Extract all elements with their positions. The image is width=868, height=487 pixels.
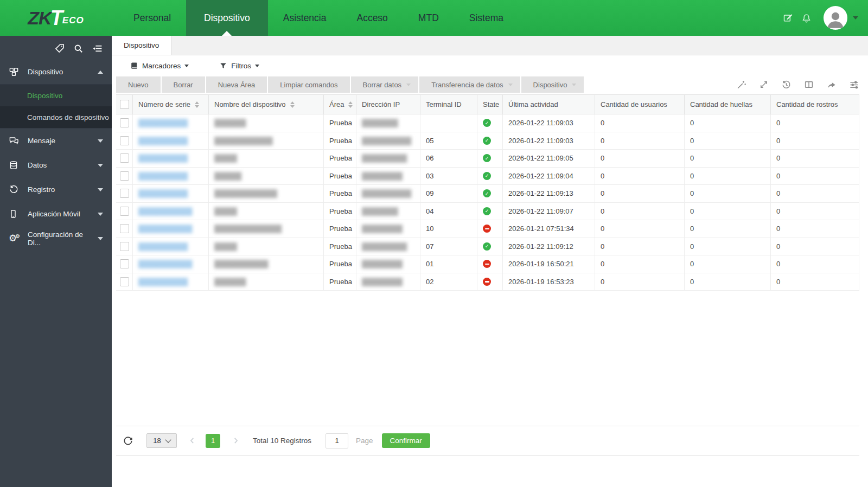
sort-icon[interactable] (195, 101, 199, 108)
last-activity-cell: 2026-01-22 11:09:04 (503, 168, 595, 185)
row-checkbox[interactable] (120, 259, 129, 268)
device-name-cell: █████ (209, 203, 324, 220)
serial-link[interactable]: ███████████ (138, 137, 187, 145)
fingerprints-count-cell: 0 (685, 150, 771, 167)
table-row: ████████████ ████████████ Prueba ███████… (116, 255, 859, 273)
nuevo-button[interactable]: Nuevo (116, 76, 161, 93)
sort-icon[interactable] (348, 101, 353, 108)
bell-icon[interactable] (801, 13, 812, 23)
settings-sliders-icon[interactable] (849, 80, 859, 90)
select-all-checkbox[interactable] (120, 100, 129, 109)
table-row: ████████████ █████ Prueba ████████ 04 20… (116, 203, 859, 221)
row-checkbox[interactable] (120, 171, 129, 181)
menu-dispositivo[interactable]: Dispositivo (0, 60, 112, 84)
nav-item-asistencia[interactable]: Asistencia (268, 0, 342, 36)
transferencia-datos-button[interactable]: Transferencia de datos (419, 76, 520, 93)
ip-cell: ████████ (356, 114, 420, 132)
export-icon[interactable] (826, 80, 837, 90)
main-content: Dispositivo Marcadores Filtros Nuevo Bor… (112, 36, 868, 487)
nav-item-dispositivo[interactable]: Dispositivo (186, 0, 268, 36)
current-page-button[interactable]: 1 (206, 434, 220, 448)
serial-link[interactable]: ███████████ (138, 119, 187, 127)
tab-dispositivo[interactable]: Dispositivo (112, 36, 171, 55)
chevron-down-icon (98, 237, 103, 240)
refresh-icon[interactable] (123, 435, 133, 446)
confirm-button[interactable]: Confirmar (382, 433, 430, 448)
menu-aplicacion-movil[interactable]: Aplicación Móvil (0, 202, 112, 226)
menu-registro[interactable]: Registro (0, 177, 112, 202)
search-icon[interactable] (73, 43, 84, 54)
state-cell (477, 132, 503, 150)
expand-icon[interactable] (759, 80, 769, 89)
submenu-dispositivo[interactable]: Dispositivo (0, 85, 112, 106)
submenu-comandos-de-dispositivo[interactable]: Comandos de dispositivo (0, 106, 112, 128)
serial-link[interactable]: ████████████ (138, 225, 192, 233)
area-cell: Prueba (324, 114, 356, 132)
serial-link[interactable]: ████████████ (138, 260, 192, 268)
tab-strip: Dispositivo (112, 36, 868, 55)
row-checkbox[interactable] (120, 207, 129, 216)
serial-link[interactable]: ███████████ (138, 278, 187, 286)
nav-item-sistema[interactable]: Sistema (454, 0, 519, 36)
row-checkbox[interactable] (120, 136, 129, 145)
tag-icon[interactable] (54, 43, 65, 54)
nav-item-mtd[interactable]: MTD (403, 0, 454, 36)
menu-configuracion[interactable]: Configuración de Di... (0, 226, 112, 251)
bookmarks-dropdown[interactable]: Marcadores (130, 62, 189, 70)
columns-icon[interactable] (804, 80, 814, 89)
next-page-icon[interactable] (231, 436, 240, 445)
avatar[interactable] (824, 6, 847, 30)
menu-mensaje[interactable]: Mensaje (0, 129, 112, 153)
filters-dropdown[interactable]: Filtros (219, 62, 259, 70)
ip-cell: █████████ (356, 168, 420, 185)
fingerprints-count-cell: 0 (685, 185, 771, 202)
terminal-id-cell: 10 (420, 220, 477, 238)
row-checkbox[interactable] (120, 224, 129, 233)
collapse-menu-icon[interactable] (92, 43, 103, 54)
col-area-header[interactable]: Área (324, 95, 356, 114)
serial-link[interactable]: ███████████ (138, 172, 187, 180)
borrar-button[interactable]: Borrar (162, 76, 205, 93)
compose-icon[interactable] (783, 12, 794, 23)
serial-link[interactable]: ███████████ (138, 154, 187, 162)
menu-label: Configuración de Di... (28, 230, 98, 247)
top-navbar: ZKTECO Personal Dispositivo Asistencia A… (0, 0, 868, 36)
last-activity-cell: 2026-01-22 11:09:07 (503, 203, 595, 220)
serial-cell: ███████████ (133, 238, 209, 255)
magic-wand-icon[interactable] (736, 80, 746, 90)
limpiar-comandos-button[interactable]: Limpiar comandos (268, 76, 349, 93)
borrar-datos-button[interactable]: Borrar datos (351, 76, 419, 93)
menu-datos[interactable]: Datos (0, 153, 112, 177)
page-number-input[interactable] (326, 433, 348, 448)
row-checkbox[interactable] (120, 153, 129, 163)
row-checkbox[interactable] (120, 189, 129, 198)
nueva-area-button[interactable]: Nueva Área (206, 76, 267, 93)
serial-link[interactable]: ███████████ (138, 242, 187, 251)
col-fingerprints-header: Cantidad de huellas (685, 95, 771, 114)
col-serial-header[interactable]: Número de serie (133, 95, 209, 114)
page-size-select[interactable]: 18 (146, 433, 177, 448)
row-checkbox[interactable] (120, 242, 129, 251)
serial-link[interactable]: ███████████ (138, 189, 187, 197)
chat-icon (9, 136, 21, 146)
row-select-cell (116, 168, 133, 185)
row-checkbox[interactable] (120, 118, 129, 127)
profile-chevron-down-icon[interactable] (853, 16, 858, 20)
table-tool-icons (736, 76, 859, 93)
sort-icon[interactable] (290, 101, 295, 108)
history-icon[interactable] (781, 80, 792, 90)
page-size-value: 18 (153, 437, 161, 445)
users-count-cell: 0 (595, 255, 685, 273)
state-icon (483, 119, 491, 127)
state-cell (477, 238, 503, 255)
serial-cell: ████████████ (133, 255, 209, 273)
nav-item-acceso[interactable]: Acceso (341, 0, 403, 36)
prev-page-icon[interactable] (188, 436, 197, 445)
col-terminal-header: Terminal ID (420, 95, 477, 114)
dispositivo-button[interactable]: Dispositivo (521, 76, 584, 93)
col-name-header[interactable]: Nombre del dispositivo (209, 95, 324, 114)
nav-item-personal[interactable]: Personal (118, 0, 186, 36)
gears-icon (9, 234, 21, 243)
row-checkbox[interactable] (120, 277, 129, 286)
serial-link[interactable]: ████████████ (138, 207, 192, 215)
